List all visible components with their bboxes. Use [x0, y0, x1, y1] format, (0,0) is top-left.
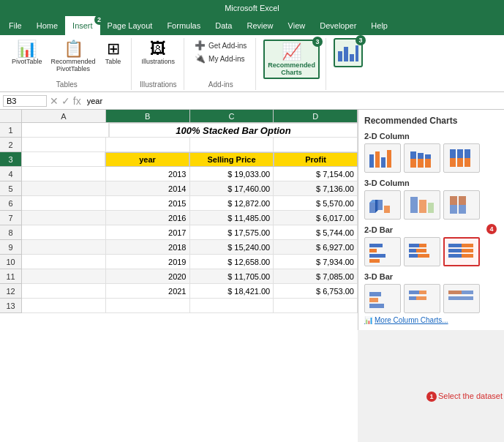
cell-c6-price[interactable]: $ 12,872.00 — [190, 196, 274, 211]
col-header-c[interactable]: C — [190, 110, 274, 123]
tab-insert[interactable]: Insert 2 — [65, 16, 100, 35]
cell-c4-price[interactable]: $ 19,033.00 — [190, 167, 274, 181]
cell-a8[interactable] — [22, 225, 106, 240]
tab-developer[interactable]: Developer — [312, 16, 364, 35]
svg-rect-10 — [410, 151, 416, 159]
cell-d5-profit[interactable]: $ 7,136.00 — [274, 181, 358, 196]
cell-d9-profit[interactable]: $ 6,927.00 — [274, 240, 358, 255]
cell-d11-profit[interactable]: $ 7,085.00 — [274, 269, 358, 284]
chart-2d-bar-100[interactable] — [443, 237, 480, 266]
cell-b12-year[interactable]: 2021 — [106, 284, 190, 299]
cell-b13[interactable] — [106, 299, 190, 313]
svg-rect-14 — [425, 154, 431, 159]
chart-2d-col-100[interactable] — [443, 143, 480, 173]
svg-rect-48 — [448, 254, 462, 258]
cell-c12-price[interactable]: $ 18,421.00 — [190, 284, 274, 299]
cell-a4[interactable] — [22, 167, 106, 181]
cell-a1[interactable] — [22, 123, 109, 138]
cell-b9-year[interactable]: 2018 — [106, 240, 190, 255]
chart-3d-col-2[interactable] — [404, 190, 440, 220]
svg-rect-50 — [369, 292, 381, 296]
cell-c9-price[interactable]: $ 15,240.00 — [190, 240, 274, 255]
cell-b8-year[interactable]: 2017 — [106, 225, 190, 240]
chart-3d-bar-2[interactable] — [404, 284, 440, 313]
cell-b2[interactable] — [106, 138, 190, 152]
tab-data[interactable]: Data — [208, 16, 239, 35]
pivot-table-button[interactable]: 📊 PivotTable — [9, 40, 45, 67]
tab-file[interactable]: File — [1, 16, 29, 35]
tab-help[interactable]: Help — [364, 16, 395, 35]
cell-b10-year[interactable]: 2019 — [106, 255, 190, 269]
cell-c8-price[interactable]: $ 17,575.00 — [190, 225, 274, 240]
chart-2d-col-stacked[interactable] — [404, 143, 440, 173]
cell-d7-profit[interactable]: $ 6,017.00 — [274, 211, 358, 225]
row-12: 12 2021 $ 18,421.00 $ 6,753.00 — [0, 284, 358, 299]
cell-d8-profit[interactable]: $ 5,744.00 — [274, 225, 358, 240]
cell-a13[interactable] — [22, 299, 106, 313]
cell-a6[interactable] — [22, 196, 106, 211]
chart-2d-col-clustered[interactable] — [364, 143, 401, 173]
chart-3d-bar-3[interactable] — [443, 284, 480, 313]
cell-d10-profit[interactable]: $ 7,934.00 — [274, 255, 358, 269]
chart-3d-col-1[interactable] — [364, 190, 401, 220]
more-charts-link[interactable]: 📊 More Column Charts... — [364, 316, 498, 324]
recommended-charts-button[interactable]: 📈 RecommendedCharts — [263, 40, 320, 79]
cell-a9[interactable] — [22, 240, 106, 255]
cell-d13[interactable] — [274, 299, 358, 313]
svg-rect-28 — [419, 200, 426, 213]
cell-b4-year[interactable]: 2013 — [106, 167, 190, 181]
col-header-b[interactable]: B — [106, 110, 190, 123]
chart-2d-bar-stacked[interactable] — [404, 237, 440, 266]
col-header-d[interactable]: D — [274, 110, 358, 123]
cell-c5-price[interactable]: $ 17,460.00 — [190, 181, 274, 196]
cell-a2[interactable] — [22, 138, 106, 152]
cell-c2[interactable] — [190, 138, 274, 152]
tab-view[interactable]: View — [281, 16, 313, 35]
row-num-11: 11 — [0, 269, 22, 284]
row-num-8: 8 — [0, 225, 22, 240]
cell-b5-year[interactable]: 2014 — [106, 181, 190, 196]
tab-home[interactable]: Home — [29, 16, 65, 35]
chart-2d-bar-clustered[interactable] — [364, 237, 401, 266]
cell-a3[interactable] — [22, 152, 105, 167]
chart-3d-col-3[interactable] — [443, 190, 480, 220]
cell-d6-profit[interactable]: $ 5,570.00 — [274, 196, 358, 211]
cell-d3-profit[interactable]: Profit — [274, 152, 358, 167]
recommended-pivot-button[interactable]: 📋 RecommendedPivotTables — [48, 40, 99, 74]
cell-a10[interactable] — [22, 255, 106, 269]
cell-d2[interactable] — [274, 138, 358, 152]
cell-c7-price[interactable]: $ 11,485.00 — [190, 211, 274, 225]
annotation-badge: 1 — [426, 392, 437, 402]
cell-d4-profit[interactable]: $ 7,154.00 — [274, 167, 358, 181]
tab-formulas[interactable]: Formulas — [159, 16, 208, 35]
cell-b11-year[interactable]: 2020 — [106, 269, 190, 284]
tab-page-layout[interactable]: Page Layout — [100, 16, 160, 35]
get-addins-icon: ➕ — [195, 41, 206, 50]
cell-c10-price[interactable]: $ 12,658.00 — [190, 255, 274, 269]
cell-d12-profit[interactable]: $ 6,753.00 — [274, 284, 358, 299]
tab-review[interactable]: Review — [239, 16, 280, 35]
section-2d-bar: 2-D Bar — [364, 225, 498, 234]
cell-b3-year[interactable]: year — [105, 152, 189, 167]
cell-a5[interactable] — [22, 181, 106, 196]
formula-input[interactable] — [84, 96, 501, 106]
cell-a11[interactable] — [22, 269, 106, 284]
addins-buttons: ➕ Get Add-ins 🔌 My Add-ins — [192, 40, 249, 79]
col-header-a[interactable]: A — [22, 110, 106, 123]
cell-b6-year[interactable]: 2015 — [106, 196, 190, 211]
data-rows: 4 2013 $ 19,033.00 $ 7,154.00 5 2014 $ 1… — [0, 167, 358, 299]
cell-b7-year[interactable]: 2016 — [106, 211, 190, 225]
illustrations-button[interactable]: 🖼 Illustrations — [139, 40, 178, 67]
table-button[interactable]: ⊞ Table — [102, 40, 125, 67]
cell-c11-price[interactable]: $ 11,705.00 — [190, 269, 274, 284]
my-addins-button[interactable]: 🔌 My Add-ins — [192, 53, 249, 64]
cell-a12[interactable] — [22, 284, 106, 299]
cell-c3-selling[interactable]: Selling Price — [189, 152, 274, 167]
chart-3d-bar-1[interactable] — [364, 284, 401, 313]
cell-reference-input[interactable] — [3, 95, 47, 107]
cell-a7[interactable] — [22, 211, 106, 225]
get-addins-button[interactable]: ➕ Get Add-ins — [192, 40, 249, 51]
svg-rect-11 — [410, 159, 416, 168]
svg-rect-53 — [409, 291, 419, 294]
cell-c13[interactable] — [190, 299, 274, 313]
